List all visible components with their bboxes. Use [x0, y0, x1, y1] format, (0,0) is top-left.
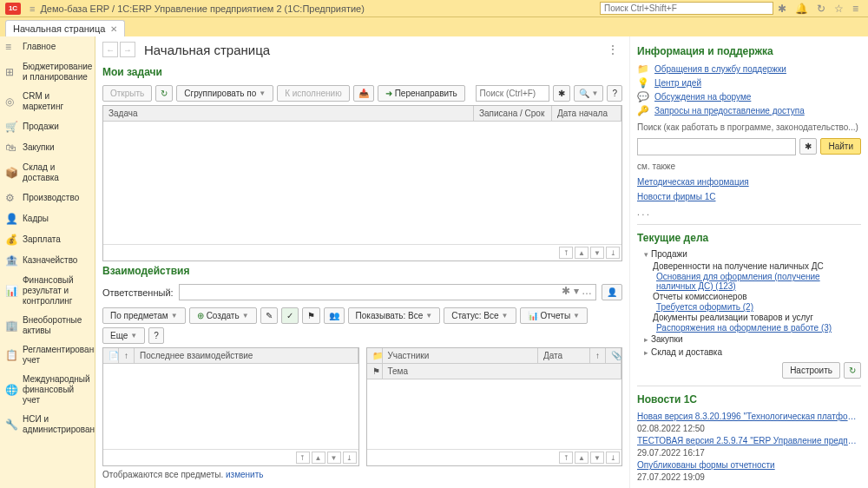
sidebar-item-14[interactable]: 🔧НСИ и администрирование	[0, 410, 95, 439]
status-filter-button[interactable]: Статус: Все▼	[444, 307, 516, 324]
check-button[interactable]: ✓	[281, 307, 299, 324]
edit-button[interactable]: ✎	[260, 307, 278, 324]
sidebar-item-1[interactable]: ⊞Бюджетирование и планирование	[0, 57, 95, 87]
global-search-input[interactable]	[600, 2, 773, 15]
tree-purchases[interactable]: Закупки	[637, 334, 861, 344]
close-icon[interactable]: ✕	[110, 24, 117, 34]
sidebar-item-12[interactable]: 📋Регламентированный учет	[0, 340, 95, 370]
col-task[interactable]: Задача	[103, 106, 474, 121]
menu-icon[interactable]: ≡	[30, 3, 35, 14]
create-button[interactable]: ⊕Создать▼	[189, 307, 257, 324]
tasks-search-input[interactable]	[476, 85, 549, 102]
todo-item-0: Доверенности на получение наличных ДС	[637, 261, 861, 271]
scroll-down-icon[interactable]: ▼	[590, 247, 604, 259]
change-link[interactable]: изменить	[226, 470, 264, 479]
sidebar-item-6[interactable]: ⚙Производство	[0, 188, 95, 208]
redirect-button[interactable]: ➜Перенаправить	[378, 85, 465, 102]
method-link[interactable]: Методическая информация	[637, 177, 749, 187]
star-icon[interactable]: ✱	[778, 3, 786, 15]
sidebar-item-10[interactable]: 📊Финансовый результат и контроллинг	[0, 271, 95, 311]
bell-icon[interactable]: 🔔	[795, 3, 808, 15]
search-options-button[interactable]: 🔍▼	[574, 85, 604, 102]
sidebar-item-3[interactable]: 🛒Продажи	[0, 116, 95, 137]
sidebar-item-2[interactable]: ◎CRM и маркетинг	[0, 87, 95, 116]
find-button[interactable]: Найти	[820, 138, 861, 155]
col-icon[interactable]: 📄	[103, 348, 119, 363]
sidebar-item-8[interactable]: 💰Зарплата	[0, 229, 95, 250]
tab-home[interactable]: Начальная страница ✕	[5, 20, 125, 36]
col-topic[interactable]: Тема	[383, 364, 622, 379]
col-icon[interactable]: 📁	[367, 348, 383, 363]
news-1c-link[interactable]: Новости фирмы 1С	[637, 192, 716, 201]
col-participants[interactable]: Участники	[383, 348, 539, 363]
refresh-button[interactable]: ↻	[155, 85, 173, 102]
sidebar-item-5[interactable]: 📦Склад и доставка	[0, 158, 95, 188]
settings-button[interactable]: Настроить	[782, 362, 840, 379]
news-link-0[interactable]: Новая версия 8.3.20.1996 "Технологическа…	[637, 412, 861, 421]
forward-button[interactable]: →	[120, 42, 135, 57]
scroll-top-icon[interactable]: ⤒	[559, 452, 573, 464]
clear-search-icon[interactable]: ✱	[553, 85, 570, 102]
help-button[interactable]: ?	[607, 85, 622, 102]
sidebar-item-9[interactable]: 🏦Казначейство	[0, 250, 95, 271]
scroll-top-icon[interactable]: ⤒	[296, 452, 310, 464]
to-execution-button[interactable]: К исполнению	[277, 85, 349, 102]
by-items-button[interactable]: По предметам▼	[102, 307, 186, 324]
col-date[interactable]: Дата	[538, 348, 590, 363]
col-flag[interactable]: ⚑	[367, 364, 383, 379]
info-link-2[interactable]: Обсуждения на форуме	[654, 92, 751, 102]
info-link-0[interactable]: Обращения в службу поддержки	[654, 64, 786, 74]
nav-icon: 💰	[5, 234, 17, 246]
sidebar-item-11[interactable]: 🏢Внеоборотные активы	[0, 311, 95, 340]
group-icon[interactable]: 👥	[324, 307, 345, 324]
col-attach[interactable]: 📎	[606, 348, 621, 363]
scroll-down-icon[interactable]: ▼	[327, 452, 341, 464]
responsible-input[interactable]: ✱ ▾ …	[179, 284, 596, 300]
flag-button[interactable]: ⚑	[302, 307, 320, 324]
scroll-bottom-icon[interactable]: ⤓	[606, 452, 620, 464]
col-recorded[interactable]: Записана / Срок	[474, 106, 552, 121]
refresh-todo-button[interactable]: ↻	[844, 362, 861, 379]
scroll-up-icon[interactable]: ▲	[575, 247, 589, 259]
news-link-2[interactable]: ТЕСТОВАЯ версия 2.5.9.74 "ERP Управление…	[637, 436, 861, 445]
clear-icon[interactable]: ✱	[799, 138, 817, 155]
page-menu-icon[interactable]: ⋮	[603, 43, 622, 56]
accept-button[interactable]: 📥	[353, 85, 374, 102]
help-search-input[interactable]	[637, 138, 796, 155]
info-link-1[interactable]: Центр идей	[654, 78, 701, 88]
help-button[interactable]: ?	[148, 327, 164, 344]
scroll-up-icon[interactable]: ▲	[575, 452, 589, 464]
history-icon[interactable]: ↻	[817, 3, 825, 15]
col-start[interactable]: Дата начала	[552, 106, 621, 121]
sidebar-item-0[interactable]: ≡Главное	[0, 36, 95, 57]
sidebar-item-13[interactable]: 🌐Международный финансовый учет	[0, 370, 95, 410]
todo-link-1[interactable]: Требуется оформить (2)	[656, 302, 753, 312]
info-link-3[interactable]: Запросы на предоставление доступа	[654, 106, 805, 115]
reports-button[interactable]: 📊Отчеты▼	[520, 307, 589, 324]
tree-sales[interactable]: Продажи	[637, 249, 861, 259]
user-icon[interactable]: 👤	[602, 284, 622, 300]
nav-icon: ◎	[5, 96, 17, 108]
scroll-bottom-icon[interactable]: ⤓	[606, 247, 620, 259]
sidebar-item-4[interactable]: 🛍Закупки	[0, 137, 95, 158]
sidebar-item-7[interactable]: 👤Кадры	[0, 208, 95, 229]
show-filter-button[interactable]: Показывать: Все▼	[348, 307, 441, 324]
scroll-up-icon[interactable]: ▲	[312, 452, 326, 464]
open-button[interactable]: Открыть	[102, 85, 152, 102]
tree-warehouse[interactable]: Склад и доставка	[637, 347, 861, 357]
scroll-top-icon[interactable]: ⤒	[559, 247, 573, 259]
nav-label: CRM и маркетинг	[23, 91, 89, 112]
more-button[interactable]: Еще▼	[102, 327, 145, 344]
col-sort[interactable]: ↑	[119, 348, 135, 363]
col-last-interaction[interactable]: Последнее взаимодействие	[135, 348, 358, 363]
favorite-icon[interactable]: ☆	[834, 3, 844, 15]
settings-icon[interactable]: ≡	[852, 3, 858, 15]
todo-link-2[interactable]: Распоряжения на оформление в работе (3)	[656, 323, 832, 333]
news-link-4[interactable]: Опубликованы формы отчетности	[637, 460, 861, 470]
scroll-down-icon[interactable]: ▼	[590, 452, 604, 464]
todo-link-0[interactable]: Основания для оформления (получение нали…	[656, 272, 820, 291]
col-sort[interactable]: ↑	[590, 348, 606, 363]
back-button[interactable]: ←	[102, 42, 118, 57]
group-by-button[interactable]: Сгруппировать по▼	[176, 85, 273, 102]
scroll-bottom-icon[interactable]: ⤓	[343, 452, 357, 464]
